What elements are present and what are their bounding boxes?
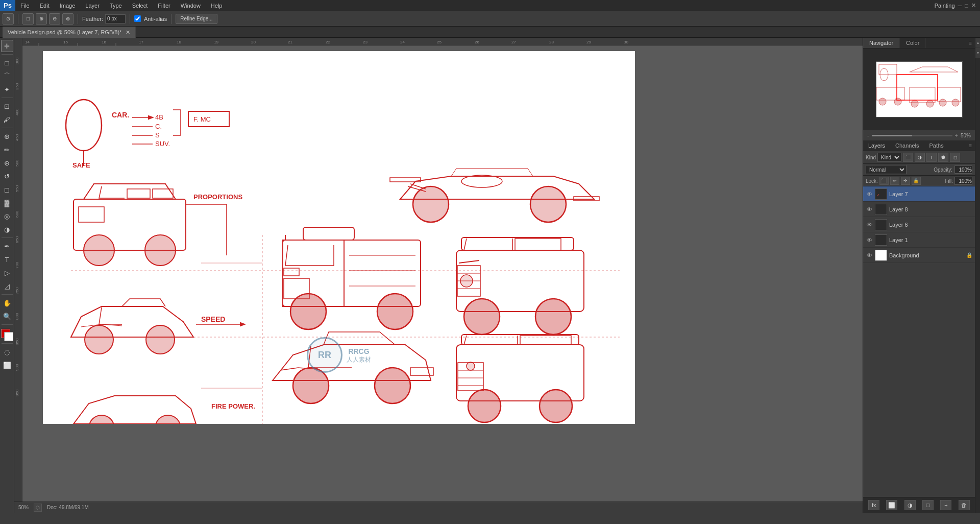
- pixel-filter-btn[interactable]: ⬛: [903, 153, 913, 162]
- layer-item-1[interactable]: 👁 Layer 1: [863, 232, 975, 248]
- layer-group-btn[interactable]: □: [922, 500, 934, 510]
- type-filter-btn[interactable]: T: [926, 153, 937, 162]
- background-color[interactable]: [4, 332, 13, 341]
- marquee-tool[interactable]: □: [1, 57, 13, 69]
- shape-tool[interactable]: ◿: [1, 280, 13, 292]
- background-visibility[interactable]: 👁: [866, 252, 873, 259]
- screen-mode-btn[interactable]: ⬜: [1, 359, 13, 371]
- lasso-tool[interactable]: ⌒: [1, 70, 13, 82]
- magic-wand-tool[interactable]: ✦: [1, 83, 13, 96]
- layer-7-visibility[interactable]: 👁: [866, 190, 873, 198]
- layer-item-8[interactable]: 👁 Layer 8: [863, 202, 975, 217]
- workspace-selector[interactable]: Painting: [935, 3, 955, 9]
- maximize-btn[interactable]: □: [965, 3, 968, 9]
- pen-tool[interactable]: ✒: [1, 240, 13, 252]
- navigator-tab[interactable]: Navigator: [863, 38, 900, 48]
- collapse-bottom-btn[interactable]: ▼: [975, 48, 980, 58]
- menu-file[interactable]: File: [15, 0, 35, 11]
- layers-panel-menu[interactable]: ≡: [966, 141, 975, 150]
- layer-new-btn[interactable]: +: [940, 500, 951, 510]
- shape-filter-btn[interactable]: ⬟: [938, 153, 948, 162]
- menu-help[interactable]: Help: [206, 0, 228, 11]
- tab-close-btn[interactable]: ✕: [126, 29, 130, 35]
- quick-mask-btn[interactable]: ◌: [1, 346, 13, 358]
- lock-position-btn[interactable]: ✛: [901, 177, 910, 185]
- svg-point-127: [939, 99, 946, 106]
- color-tab[interactable]: Color: [900, 38, 926, 48]
- layer-8-visibility[interactable]: 👁: [866, 206, 873, 213]
- zoom-out-icon[interactable]: -: [867, 132, 869, 138]
- svg-text:500: 500: [15, 159, 19, 166]
- minimize-btn[interactable]: ─: [958, 3, 962, 9]
- gradient-tool[interactable]: ▓: [1, 197, 13, 209]
- panel-collapse-btn[interactable]: ≡: [966, 38, 975, 48]
- lock-image-btn[interactable]: ✏: [890, 177, 899, 185]
- blend-mode-select[interactable]: Normal: [866, 165, 906, 174]
- navigator-thumbnail[interactable]: [876, 61, 963, 117]
- crop-tool[interactable]: ⊡: [1, 100, 13, 112]
- brush-tool[interactable]: ✏: [1, 144, 13, 156]
- menu-layer[interactable]: Layer: [80, 0, 105, 11]
- clone-tool[interactable]: ⊕: [1, 157, 13, 169]
- zoom-in-icon[interactable]: +: [955, 132, 958, 138]
- menu-filter[interactable]: Filter: [153, 0, 175, 11]
- layer-item-background[interactable]: 👁 Background 🔒: [863, 248, 975, 263]
- layer-adjustment-btn[interactable]: ◑: [904, 500, 916, 510]
- layer-6-visibility[interactable]: 👁: [866, 221, 873, 228]
- close-btn[interactable]: ✕: [971, 2, 976, 9]
- main-area: ✛ □ ⌒ ✦ ⊡ 🖋 ⊕ ✏ ⊕ ↺ ◻ ▓ ◎ ◑ ✒ T ▷ ◿ ✋ 🔍 …: [0, 38, 980, 513]
- menu-window[interactable]: Window: [176, 0, 206, 11]
- color-picker[interactable]: [1, 329, 13, 341]
- text-tool[interactable]: T: [1, 253, 13, 266]
- channels-tab[interactable]: Channels: [890, 141, 924, 150]
- path-tool[interactable]: ▷: [1, 267, 13, 279]
- add-selection-btn[interactable]: ⊕: [36, 13, 47, 25]
- healing-tool[interactable]: ⊕: [1, 130, 13, 142]
- canvas-area[interactable]: 14 15 16 17 18 19 20 21 22 23 24 25 26 2…: [14, 38, 863, 513]
- feather-input[interactable]: [105, 14, 126, 23]
- layer-delete-btn[interactable]: 🗑: [959, 500, 970, 510]
- dodge-tool[interactable]: ◑: [1, 223, 13, 235]
- zoom-indicator[interactable]: ⬡: [34, 504, 42, 512]
- history-brush-tool[interactable]: ↺: [1, 170, 13, 182]
- eyedropper-tool[interactable]: 🖋: [1, 113, 13, 126]
- menu-type[interactable]: Type: [105, 0, 127, 11]
- lasso-tool-btn[interactable]: ⊙: [3, 13, 14, 25]
- lock-all-btn[interactable]: 🔒: [912, 177, 921, 185]
- svg-text:21: 21: [288, 40, 292, 44]
- svg-text:24: 24: [400, 40, 405, 44]
- layer-7-name: Layer 7: [889, 191, 972, 197]
- hand-tool[interactable]: ✋: [1, 297, 13, 309]
- zoom-tool[interactable]: 🔍: [1, 310, 13, 322]
- menu-edit[interactable]: Edit: [35, 0, 55, 11]
- anti-alias-checkbox[interactable]: [134, 15, 141, 22]
- collapse-top-btn[interactable]: ▲: [975, 38, 980, 48]
- fill-input[interactable]: [954, 177, 972, 185]
- intersect-selection-btn[interactable]: ⊗: [62, 13, 74, 25]
- opacity-input[interactable]: [954, 165, 972, 174]
- layer-1-visibility[interactable]: 👁: [866, 236, 873, 244]
- document-tab[interactable]: Vehicle Design.psd @ 50% (Layer 7, RGB/8…: [3, 27, 136, 38]
- paths-tab[interactable]: Paths: [924, 141, 949, 150]
- menu-image[interactable]: Image: [55, 0, 81, 11]
- zoom-slider[interactable]: [872, 135, 952, 136]
- lock-transparent-btn[interactable]: ⬛: [879, 177, 889, 185]
- svg-text:S: S: [155, 131, 160, 139]
- layer-kind-select[interactable]: Kind: [877, 153, 901, 162]
- new-selection-btn[interactable]: □: [22, 13, 34, 25]
- blur-tool[interactable]: ◎: [1, 210, 13, 222]
- smart-filter-btn[interactable]: ◻: [950, 153, 960, 162]
- subtract-selection-btn[interactable]: ⊖: [49, 13, 60, 25]
- svg-text:4B: 4B: [155, 113, 163, 121]
- move-tool[interactable]: ✛: [1, 40, 13, 52]
- refine-edge-btn[interactable]: Refine Edge...: [176, 14, 217, 24]
- eraser-tool[interactable]: ◻: [1, 183, 13, 196]
- svg-text:800: 800: [15, 313, 19, 320]
- menu-select[interactable]: Select: [127, 0, 153, 11]
- layer-mask-btn[interactable]: ⬜: [886, 500, 897, 510]
- layer-item-7[interactable]: 👁 ✓ Layer 7: [863, 186, 975, 202]
- adjustment-filter-btn[interactable]: ◑: [915, 153, 925, 162]
- layers-tab[interactable]: Layers: [863, 141, 890, 150]
- layer-item-6[interactable]: 👁 Layer 6: [863, 217, 975, 232]
- layer-fx-btn[interactable]: fx: [868, 500, 879, 510]
